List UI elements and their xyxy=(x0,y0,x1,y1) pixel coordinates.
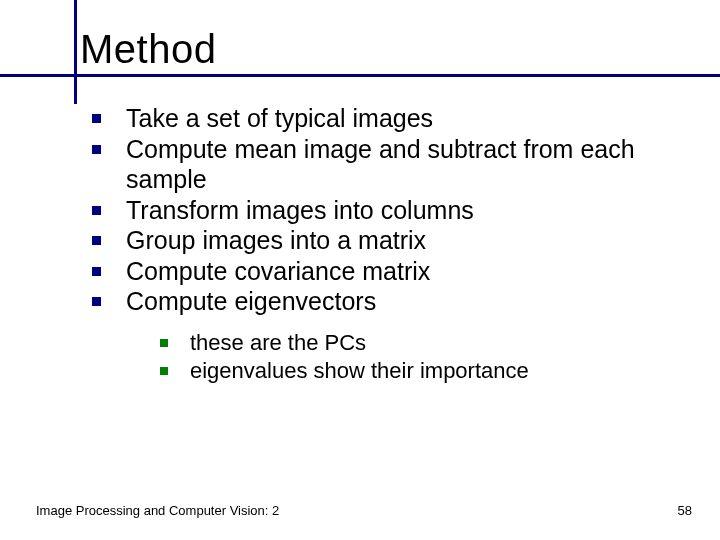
bullet-list: Take a set of typical images Compute mea… xyxy=(92,103,690,385)
list-item-text: eigenvalues show their importance xyxy=(190,358,529,383)
slide-body: Take a set of typical images Compute mea… xyxy=(36,103,700,385)
slide-footer: Image Processing and Computer Vision: 2 … xyxy=(36,503,692,518)
sub-bullet-list: these are the PCs eigenvalues show their… xyxy=(160,329,690,385)
slide-title: Method xyxy=(80,28,700,70)
list-item: Compute eigenvectors these are the PCs e… xyxy=(92,286,690,385)
list-item-text: Compute eigenvectors xyxy=(126,287,376,315)
square-bullet-icon xyxy=(92,236,101,245)
list-item-text: Compute covariance matrix xyxy=(126,257,430,285)
list-item: Transform images into columns xyxy=(92,195,690,226)
list-item: Compute mean image and subtract from eac… xyxy=(92,134,690,195)
title-horizontal-rule xyxy=(0,74,720,77)
list-item-text: Transform images into columns xyxy=(126,196,474,224)
list-item-text: Take a set of typical images xyxy=(126,104,433,132)
list-item-text: these are the PCs xyxy=(190,330,366,355)
square-bullet-icon xyxy=(92,206,101,215)
title-vertical-rule xyxy=(74,0,77,104)
square-bullet-icon xyxy=(160,367,168,375)
title-area: Method xyxy=(36,28,700,70)
square-bullet-icon xyxy=(92,297,101,306)
list-item: Compute covariance matrix xyxy=(92,256,690,287)
list-item-text: Compute mean image and subtract from eac… xyxy=(126,135,635,194)
page-number: 58 xyxy=(678,503,692,518)
list-item: these are the PCs xyxy=(160,329,690,357)
list-item: eigenvalues show their importance xyxy=(160,357,690,385)
slide: Method Take a set of typical images Comp… xyxy=(0,0,720,540)
square-bullet-icon xyxy=(160,339,168,347)
square-bullet-icon xyxy=(92,145,101,154)
list-item: Group images into a matrix xyxy=(92,225,690,256)
footer-left-text: Image Processing and Computer Vision: 2 xyxy=(36,503,279,518)
list-item: Take a set of typical images xyxy=(92,103,690,134)
list-item-text: Group images into a matrix xyxy=(126,226,426,254)
square-bullet-icon xyxy=(92,114,101,123)
square-bullet-icon xyxy=(92,267,101,276)
